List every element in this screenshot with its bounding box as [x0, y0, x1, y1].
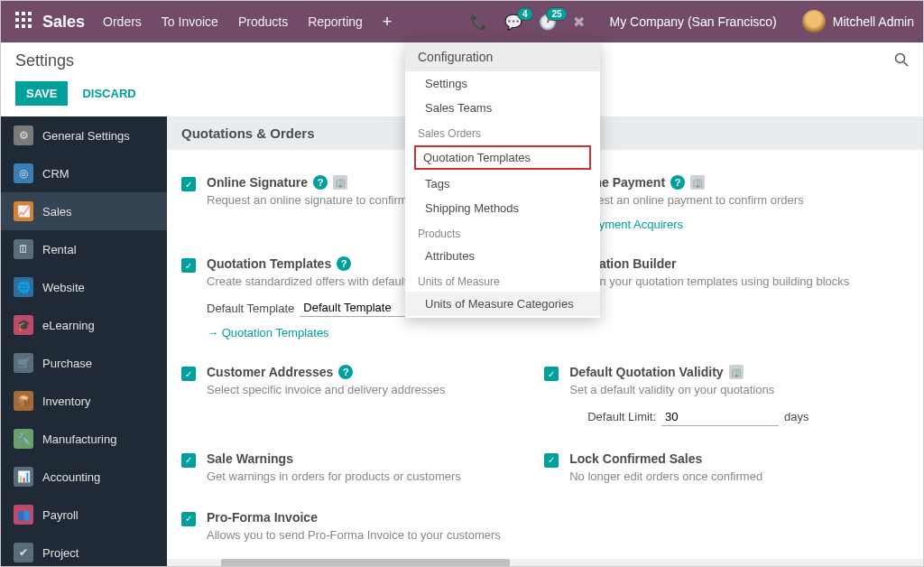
default-validity-desc: Set a default validity on your quotation…	[569, 382, 878, 398]
dd-tags[interactable]: Tags	[405, 172, 600, 196]
dd-sales-teams[interactable]: Sales Teams	[405, 96, 600, 120]
sidebar-item-label: Payroll	[42, 508, 79, 522]
svg-rect-3	[15, 18, 19, 22]
help-icon[interactable]: ?	[338, 365, 353, 379]
messages-icon[interactable]: 💬4	[504, 14, 522, 31]
help-icon[interactable]: ?	[313, 175, 328, 190]
settings-sidebar: ⚙General Settings◎CRM📈Sales🗓Rental🌐Websi…	[1, 116, 167, 567]
sale-warnings-title: Sale Warnings	[207, 451, 293, 466]
sidebar-item-label: Purchase	[42, 357, 92, 370]
help-icon[interactable]: ?	[670, 175, 685, 190]
default-template-label: Default Template	[207, 302, 294, 315]
sidebar-item-accounting[interactable]: 📊Accounting	[1, 458, 167, 496]
dd-shipping-methods[interactable]: Shipping Methods	[405, 196, 600, 220]
new-icon[interactable]: +	[383, 13, 393, 32]
sidebar-icon: ✔	[14, 543, 33, 562]
apps-icon[interactable]	[10, 12, 37, 33]
sidebar-item-purchase[interactable]: 🛒Purchase	[1, 344, 167, 382]
sidebar-item-label: General Settings	[42, 129, 130, 143]
company-switcher[interactable]: My Company (San Francisco)	[610, 14, 777, 29]
svg-rect-7	[22, 24, 25, 28]
nav-products[interactable]: Products	[238, 14, 288, 29]
dropdown-header[interactable]: Configuration	[405, 42, 600, 71]
sidebar-icon: ⚙	[14, 125, 33, 145]
sidebar-item-label: Sales	[42, 205, 72, 218]
discard-button[interactable]: DISCARD	[82, 87, 135, 100]
page-title: Settings	[15, 51, 74, 70]
lock-confirmed-desc: No longer edit orders once confirmed	[569, 469, 878, 485]
checkbox-quotation-templates[interactable]: ✓	[181, 258, 196, 273]
sidebar-icon: 🛒	[14, 353, 33, 373]
svg-rect-2	[28, 12, 32, 15]
dd-settings[interactable]: Settings	[405, 71, 600, 96]
checkbox-sale-warnings[interactable]: ✓	[181, 453, 196, 468]
sidebar-icon: 🎓	[14, 315, 33, 335]
sidebar-item-website[interactable]: 🌐Website	[1, 268, 167, 306]
app-brand[interactable]: Sales	[42, 13, 85, 32]
badge-activities: 25	[546, 7, 567, 21]
sidebar-item-label: Website	[42, 281, 85, 294]
default-validity-title: Default Quotation Validity	[569, 365, 723, 379]
checkbox-proforma[interactable]: ✓	[181, 512, 196, 526]
nav-reporting[interactable]: Reporting	[308, 14, 363, 29]
sidebar-icon: 🔧	[14, 429, 33, 449]
sidebar-icon: ◎	[14, 163, 33, 183]
sidebar-item-label: Project	[42, 546, 79, 560]
checkbox-online-signature[interactable]: ✓	[181, 177, 196, 191]
svg-rect-5	[28, 18, 32, 22]
default-template-input[interactable]	[300, 299, 417, 317]
nav-to-invoice[interactable]: To Invoice	[162, 14, 218, 29]
configuration-dropdown: Configuration Settings Sales Teams Sales…	[405, 42, 600, 318]
dd-uom-categories[interactable]: Units of Measure Categories	[405, 292, 600, 316]
sidebar-item-rental[interactable]: 🗓Rental	[1, 230, 167, 268]
proforma-desc: Allows you to send Pro-Forma Invoice to …	[207, 527, 515, 544]
user-menu[interactable]: Mitchell Admin	[802, 10, 914, 33]
top-nav: Orders To Invoice Products Reporting	[103, 14, 363, 29]
search-icon[interactable]	[894, 52, 909, 70]
sidebar-item-sales[interactable]: 📈Sales	[1, 192, 167, 230]
badge-messages: 4	[517, 7, 533, 21]
online-signature-title: Online Signature	[207, 175, 308, 190]
dd-quotation-templates[interactable]: Quotation Templates	[414, 145, 591, 170]
systray: 📞 💬4 🕐25 ✖ My Company (San Francisco) Mi…	[470, 10, 914, 33]
sidebar-item-manufacturing[interactable]: 🔧Manufacturing	[1, 420, 167, 458]
sidebar-item-label: CRM	[42, 167, 69, 181]
svg-rect-8	[28, 24, 32, 28]
sidebar-icon: 📊	[14, 467, 33, 487]
debug-icon[interactable]: ✖	[573, 14, 585, 31]
sidebar-item-inventory[interactable]: 📦Inventory	[1, 382, 167, 420]
sidebar-icon: 👥	[14, 505, 33, 525]
help-icon[interactable]: ?	[337, 256, 351, 271]
default-limit-input[interactable]	[661, 408, 779, 426]
sidebar-icon: 📦	[14, 391, 33, 411]
enterprise-icon: 🏢	[333, 175, 347, 190]
dd-attributes[interactable]: Attributes	[405, 244, 600, 268]
sidebar-item-project[interactable]: ✔Project	[1, 534, 167, 567]
svg-point-9	[896, 53, 905, 62]
user-name: Mitchell Admin	[833, 14, 914, 29]
avatar	[802, 10, 826, 33]
sidebar-item-payroll[interactable]: 👥Payroll	[1, 496, 167, 534]
horizontal-scrollbar[interactable]	[167, 559, 923, 567]
checkbox-customer-addresses[interactable]: ✓	[181, 367, 196, 381]
enterprise-icon: 🏢	[690, 175, 705, 190]
dd-group-sales-orders: Sales Orders	[405, 120, 600, 144]
sidebar-icon: 🌐	[14, 277, 33, 297]
checkbox-default-validity[interactable]: ✓	[544, 367, 559, 381]
checkbox-lock-confirmed[interactable]: ✓	[544, 453, 559, 468]
activities-icon[interactable]: 🕐25	[539, 14, 557, 31]
sidebar-item-general-settings[interactable]: ⚙General Settings	[1, 116, 167, 154]
svg-rect-1	[22, 12, 25, 15]
online-payment-desc: Request an online payment to confirm ord…	[569, 192, 878, 209]
sidebar-icon: 📈	[14, 201, 33, 221]
sidebar-item-elearning[interactable]: 🎓eLearning	[1, 306, 167, 344]
sidebar-item-crm[interactable]: ◎CRM	[1, 154, 167, 192]
save-button[interactable]: SAVE	[15, 81, 68, 106]
link-quotation-templates[interactable]: → Quotation Templates	[207, 326, 329, 339]
dd-group-uom: Units of Measure	[405, 268, 600, 292]
svg-line-10	[904, 61, 909, 66]
sidebar-item-label: Accounting	[42, 470, 100, 484]
lock-confirmed-title: Lock Confirmed Sales	[569, 451, 702, 466]
nav-orders[interactable]: Orders	[103, 14, 142, 29]
phone-icon[interactable]: 📞	[470, 14, 488, 31]
